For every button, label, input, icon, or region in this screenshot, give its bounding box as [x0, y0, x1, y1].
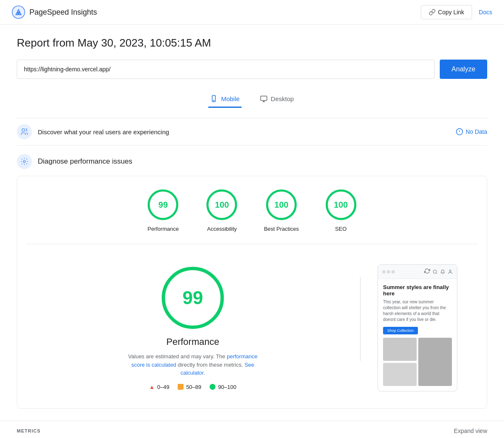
orange-square-icon	[178, 384, 184, 390]
svg-point-3	[214, 100, 215, 101]
no-data-text: No Data	[466, 128, 487, 135]
score-label-best-practices: Best Practices	[264, 226, 299, 232]
link-icon	[429, 9, 436, 16]
phone-dots	[382, 270, 395, 274]
diagnose-text: Diagnose performance issues	[38, 157, 132, 166]
tabs-row: Mobile Desktop	[17, 91, 487, 108]
diagnose-icon	[17, 154, 32, 169]
legend-range-orange: 50–89	[186, 384, 201, 390]
metrics-footer: METRICS Expand view	[0, 420, 504, 438]
banner-text: Discover what your real users are experi…	[38, 128, 169, 136]
phone-preview: Summer styles are finally here This year…	[378, 264, 457, 391]
svg-point-20	[433, 270, 437, 273]
large-score-circle: 99	[159, 264, 226, 331]
phone-preview-header	[378, 265, 457, 279]
banner-left: Discover what your real users are experi…	[17, 124, 169, 139]
phone-preview-title: Summer styles are finally here	[383, 284, 452, 297]
no-data-badge: No Data	[456, 128, 487, 136]
user-icon	[448, 269, 453, 274]
docs-link[interactable]: Docs	[479, 9, 492, 16]
score-circle-seo: 100	[324, 188, 358, 222]
users-chart-icon	[20, 128, 29, 136]
score-item-performance: 99 Performance	[146, 188, 180, 232]
diagnose-row: Diagnose performance issues	[17, 154, 487, 169]
main-content: Report from May 30, 2023, 10:05:15 AM An…	[0, 25, 504, 417]
app-title: PageSpeed Insights	[29, 8, 97, 17]
red-triangle-icon: ▲	[149, 384, 155, 390]
info-circle-icon	[456, 128, 463, 136]
phone-preview-desc: This year, our new summer collection wil…	[383, 299, 452, 323]
metrics-label: METRICS	[17, 428, 41, 433]
legend-range-red: 0–49	[157, 384, 169, 390]
phone-refresh-icon	[424, 268, 430, 275]
phone-dot-1	[382, 270, 386, 274]
phone-img-1	[383, 338, 417, 361]
score-card-container: 99 Performance 100 Accessibility	[17, 176, 487, 409]
search-icon	[433, 269, 438, 274]
mobile-icon	[210, 95, 218, 102]
score-item-best-practices: 100 Best Practices	[264, 188, 299, 232]
phone-preview-images	[383, 338, 452, 386]
legend-item-red: ▲ 0–49	[149, 384, 169, 390]
banner-icon	[17, 124, 32, 139]
phone-nav-icons	[433, 269, 453, 274]
desktop-icon	[260, 95, 268, 102]
phone-content: Summer styles are finally here This year…	[378, 279, 457, 391]
url-input[interactable]	[17, 60, 435, 79]
score-circle-performance: 99	[146, 188, 180, 222]
score-value-performance: 99	[158, 200, 168, 210]
url-bar-row: Analyze	[17, 60, 487, 79]
score-value-seo: 100	[334, 200, 348, 210]
svg-point-5	[22, 129, 25, 132]
tab-mobile[interactable]: Mobile	[208, 91, 241, 108]
copy-link-button[interactable]: Copy Link	[421, 5, 472, 19]
green-circle-icon	[210, 384, 215, 390]
tab-mobile-label: Mobile	[221, 95, 239, 102]
score-circle-accessibility: 100	[205, 188, 239, 222]
perf-left: 99 Performance Values are estimated and …	[42, 264, 343, 390]
phone-img-3	[383, 363, 417, 386]
report-title: Report from May 30, 2023, 10:05:15 AM	[17, 36, 487, 50]
legend-row: ▲ 0–49 50–89 90–100	[149, 384, 236, 390]
legend-item-orange: 50–89	[178, 384, 201, 390]
phone-img-2	[418, 338, 452, 386]
score-label-performance: Performance	[147, 226, 178, 232]
copy-link-label: Copy Link	[438, 9, 464, 16]
bell-icon	[440, 269, 445, 274]
phone-dot-2	[387, 270, 390, 274]
header-actions: Copy Link Docs	[421, 5, 492, 19]
phone-dot-3	[391, 270, 395, 274]
score-value-accessibility: 100	[215, 200, 229, 210]
tab-desktop[interactable]: Desktop	[258, 91, 296, 108]
divider-line	[360, 277, 361, 361]
score-value-best-practices: 100	[274, 200, 288, 210]
svg-point-1	[17, 12, 20, 14]
tab-desktop-label: Desktop	[271, 95, 294, 102]
score-label-accessibility: Accessibility	[207, 226, 237, 232]
legend-item-green: 90–100	[210, 384, 236, 390]
desc-text-mid: directly from these metrics.	[178, 362, 243, 368]
large-score-value: 99	[183, 287, 203, 308]
pagespeed-logo-icon	[12, 5, 25, 19]
perf-section: 99 Performance Values are estimated and …	[26, 256, 478, 400]
score-description: Values are estimated and may vary. The p…	[126, 352, 260, 377]
score-circle-best-practices: 100	[265, 188, 298, 222]
svg-point-21	[449, 270, 451, 271]
svg-rect-4	[260, 96, 267, 101]
svg-point-9	[24, 161, 26, 163]
score-item-seo: 100 SEO	[324, 188, 358, 232]
score-circles-row: 99 Performance 100 Accessibility	[26, 188, 478, 244]
analyze-button[interactable]: Analyze	[440, 60, 487, 79]
desc-text-before: Values are estimated and may vary. The	[128, 353, 225, 360]
score-label-seo: SEO	[335, 226, 346, 232]
perf-right: Summer styles are finally here This year…	[378, 264, 462, 391]
settings-icon	[20, 157, 29, 166]
logo-area: PageSpeed Insights	[12, 5, 97, 19]
expand-view-button[interactable]: Expand view	[454, 428, 487, 434]
app-header: PageSpeed Insights Copy Link Docs	[0, 0, 504, 25]
phone-preview-btn: Shop Collection	[383, 327, 418, 334]
large-score-title: Performance	[166, 336, 219, 347]
legend-range-green: 90–100	[218, 384, 236, 390]
score-item-accessibility: 100 Accessibility	[205, 188, 239, 232]
banner-row: Discover what your real users are experi…	[17, 118, 487, 146]
